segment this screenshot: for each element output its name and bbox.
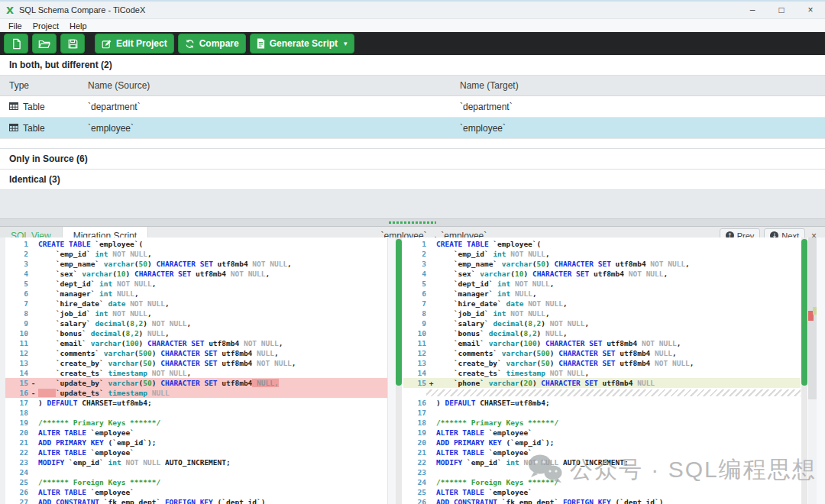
diff-filler-row [426,389,801,396]
scrollbar-thumb[interactable] [801,239,807,386]
diff-sign [426,487,436,497]
compare-button[interactable]: Compare [178,34,246,53]
code-line: 16- `update_ts` timestamp NULL [5,388,388,398]
diff-sign [28,477,38,487]
menu-project[interactable]: Project [28,21,64,31]
section-only-in-source[interactable]: Only in Source (6) [0,149,825,170]
diff-sign [426,368,436,378]
column-name-source[interactable]: Name (Source) [88,80,460,91]
code-line: 11 `email` varchar(100) CHARACTER SET ut… [403,338,801,348]
splitter-grip-icon[interactable] [389,221,436,224]
code-text: `job_id` int NOT NULL, [436,309,801,318]
row-type-cell: Table [0,123,88,134]
code-text: ADD CONSTRAINT `fk_emp_dept` FOREIGN KEY… [38,497,388,504]
row-source-name: `department` [88,102,460,112]
minimize-button[interactable]: – [738,2,767,18]
line-number: 8 [403,309,426,318]
line-number: 15 [403,378,426,388]
compare-results-grid: In both, but different (2) Type Name (So… [0,55,825,218]
code-text: `bonus` decimal(8,2) NULL, [38,328,388,338]
left-edge-gutter [0,237,5,504]
code-text: `update_by` varchar(50) CHARACTER SET ut… [38,378,388,388]
diff-sign [28,487,38,497]
scrollbar-thumb[interactable] [396,239,402,386]
code-text: `emp_name` varchar(50) CHARACTER SET utf… [436,259,801,269]
diff-sign: + [426,378,436,388]
diff-sign [28,368,38,378]
diff-sign [426,477,436,487]
code-text: `salary` decimal(8,2) NOT NULL, [38,318,388,328]
table-row[interactable]: Table`employee``employee` [0,118,825,139]
edit-project-button[interactable]: Edit Project [95,34,174,53]
code-line: 10 `bonus` decimal(8,2) NULL, [5,328,388,338]
section-in-both-different[interactable]: In both, but different (2) [0,55,825,76]
code-line: 9 `salary` decimal(8,2) NOT NULL, [5,318,388,328]
code-line: 3 `emp_name` varchar(50) CHARACTER SET u… [5,259,388,269]
column-type[interactable]: Type [0,80,88,91]
diff-sign [28,259,38,269]
save-project-button[interactable] [60,34,85,53]
code-text: `emp_id` int NOT NULL, [38,249,388,259]
code-text: `comments` varchar(500) CHARACTER SET ut… [436,348,801,358]
code-text: /****** Foreign Keys ******/ [436,477,801,487]
code-text: ALTER TABLE `employee` [436,447,801,457]
diff-sign [28,239,38,249]
section-identical[interactable]: Identical (3) [0,170,825,190]
code-line: 5 `dept_id` int NOT NULL, [403,279,801,289]
right-panel-scrollbar[interactable] [801,237,807,504]
menu-help[interactable]: Help [64,21,92,31]
section-label: In both, but different (2) [9,60,112,70]
close-button[interactable]: × [796,2,825,18]
code-text: `job_id` int NOT NULL, [38,309,388,318]
code-line: 25ALTER TABLE `employee` [403,487,801,497]
diff-sign [28,398,38,408]
code-text [38,408,388,418]
code-text: CREATE TABLE `employee`( [436,239,801,249]
code-line: 14 `create_ts` timestamp NOT NULL, [403,368,801,378]
line-number: 12 [403,348,426,358]
code-text: `sex` varchar(10) CHARACTER SET utf8mb4 … [38,269,388,279]
generate-script-button[interactable]: Generate Script ▾ [250,34,354,53]
line-number: 23 [403,467,426,477]
code-text: ADD CONSTRAINT `fk_emp_dept` FOREIGN KEY… [436,497,801,504]
code-line: 17 [403,408,801,418]
code-line: 22ALTER TABLE `employee` [5,447,388,457]
diff-sign [426,348,436,358]
horizontal-splitter[interactable] [0,218,825,227]
left-panel-scrollbar[interactable] [396,237,402,504]
window-title: SQL Schema Compare - TiCodeX [19,5,145,15]
line-number: 2 [403,249,426,259]
code-text: ALTER TABLE `employee` [436,428,801,438]
open-project-button[interactable] [32,34,57,53]
menu-file[interactable]: File [3,21,28,31]
line-number: 9 [403,318,426,328]
diff-sign [28,497,38,504]
table-row[interactable]: Table`department``department` [0,96,825,118]
new-project-button[interactable] [4,34,28,53]
target-sql-editor[interactable]: 1CREATE TABLE `employee`(2 `emp_id` int … [403,239,801,504]
line-number: 26 [403,497,426,504]
code-text: MODIFY `emp_id` int NOT NULL AUTO_INCREM… [38,457,388,467]
diff-overview-ruler[interactable] [808,237,817,399]
line-number: 23 [5,457,28,467]
code-text: `emp_id` int NOT NULL, [436,249,801,259]
diff-sign [28,457,38,467]
code-line: 18/****** Primary Keys ******/ [403,418,801,428]
right-edge-gutter [817,237,825,504]
column-name-target[interactable]: Name (Target) [460,80,825,91]
code-line: 24/****** Foreign Keys ******/ [403,477,801,487]
code-text: ) DEFAULT CHARSET=utf8mb4; [38,398,388,408]
maximize-button[interactable]: □ [767,2,796,18]
line-number: 5 [5,279,28,289]
code-text: CREATE TABLE `employee`( [38,239,388,249]
code-text: `comments` varchar(500) CHARACTER SET ut… [38,348,388,358]
source-sql-editor[interactable]: 1CREATE TABLE `employee`(2 `emp_id` int … [5,239,388,504]
toolbar: Edit Project Compare Generate Script ▾ [0,32,825,55]
diff-sign [426,428,436,438]
line-number: 25 [5,477,28,487]
line-number: 19 [403,428,426,438]
row-type-label: Table [23,123,45,134]
line-number: 4 [403,269,426,279]
code-text: ) DEFAULT CHARSET=utf8mb4; [436,398,801,408]
line-number: 7 [403,299,426,309]
